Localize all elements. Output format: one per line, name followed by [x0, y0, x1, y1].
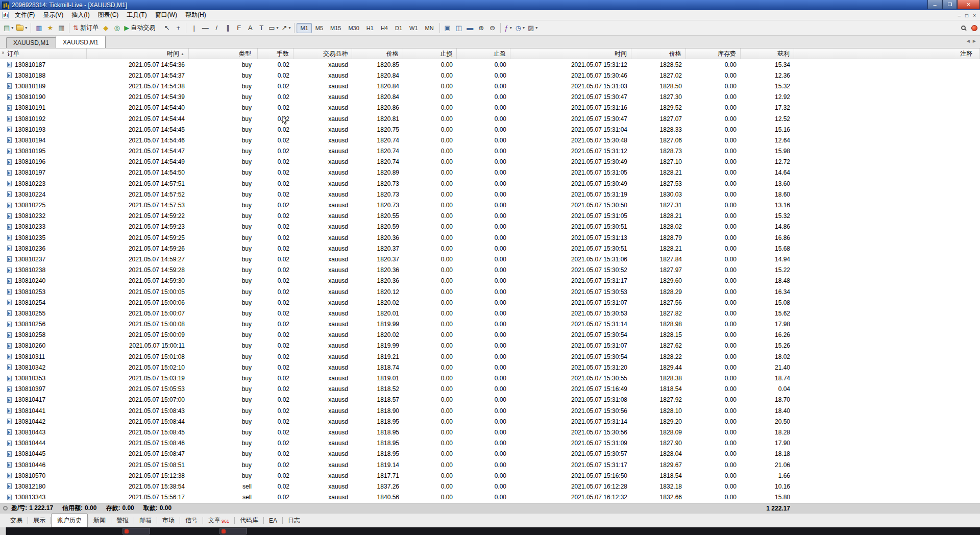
bottom-tab-account-history[interactable]: 账户历史	[51, 514, 88, 527]
maximize-button[interactable]	[942, 0, 957, 9]
menu-window[interactable]: 窗口(W)	[151, 10, 181, 20]
history-row[interactable]: 1308101972021.05.07 14:54:50buy0.02xauus…	[0, 167, 980, 178]
history-row[interactable]: 1308104172021.05.07 15:07:00buy0.02xauus…	[0, 395, 980, 405]
mql5-icon[interactable]	[969, 22, 980, 34]
bottom-tab-news[interactable]: 新闻	[88, 515, 111, 526]
history-row[interactable]: 1308104452021.05.07 15:08:47buy0.02xauus…	[0, 449, 980, 459]
history-row[interactable]: 1308102582021.05.07 15:00:09buy0.02xauus…	[0, 330, 980, 341]
history-row[interactable]: 1308101912021.05.07 14:54:40buy0.02xauus…	[0, 103, 980, 113]
bottom-tab-code-base[interactable]: 代码库	[235, 515, 263, 526]
history-row[interactable]: 1308121802021.05.07 15:38:54sell0.02xauu…	[0, 481, 980, 492]
bottom-tab-signals[interactable]: 信号	[180, 515, 203, 526]
history-row[interactable]: 1308104412021.05.07 15:08:43buy0.02xauus…	[0, 405, 980, 416]
timeframe-m5-button[interactable]: M5	[312, 23, 327, 33]
new-order-button[interactable]: ⇅新订单	[71, 22, 100, 34]
history-row[interactable]: 1308101892021.05.07 14:54:38buy0.02xauus…	[0, 81, 980, 91]
menu-file[interactable]: 文件(F)	[11, 10, 39, 20]
tile-horizontal-icon[interactable]: ▬	[464, 22, 476, 34]
header-profit[interactable]: 获利	[741, 48, 794, 59]
periods-icon[interactable]: ◷▾	[514, 22, 526, 34]
horizontal-line-icon[interactable]: —	[200, 22, 211, 34]
menu-insert[interactable]: 插入(I)	[67, 10, 93, 20]
bottom-tab-mailbox[interactable]: 邮箱	[134, 515, 157, 526]
history-row[interactable]: 1308105702021.05.07 15:12:38buy0.02xauus…	[0, 470, 980, 481]
bottom-tab-exposure[interactable]: 展示	[28, 515, 51, 526]
minimize-button[interactable]: –	[927, 0, 942, 9]
history-row[interactable]: 1308101932021.05.07 14:54:45buy0.02xauus…	[0, 124, 980, 135]
bottom-tab-articles[interactable]: 文章961	[203, 515, 234, 526]
market-watch-icon[interactable]: ▥	[33, 22, 44, 34]
bottom-tab-trade[interactable]: 交易	[5, 515, 28, 526]
history-row[interactable]: 1308102562021.05.07 15:00:08buy0.02xauus…	[0, 319, 980, 330]
search-icon[interactable]	[958, 22, 969, 34]
history-row[interactable]: 1308102242021.05.07 14:57:52buy0.02xauus…	[0, 189, 980, 200]
chart-tab[interactable]: XAUUSD,M1	[6, 37, 56, 48]
history-row[interactable]: 1308103972021.05.07 15:05:53buy0.02xauus…	[0, 384, 980, 395]
fibonacci-icon[interactable]: F	[233, 22, 244, 34]
header-type[interactable]: 类型	[189, 48, 258, 59]
label-icon[interactable]: T	[256, 22, 267, 34]
profiles-icon[interactable]: ▾	[15, 22, 29, 34]
header-take-profit[interactable]: 止盈	[457, 48, 510, 59]
bottom-tab-journal[interactable]: 日志	[283, 515, 305, 526]
timeframe-m30-button[interactable]: M30	[345, 23, 362, 33]
header-lots[interactable]: 手数	[258, 48, 293, 59]
timeframe-mn-button[interactable]: MN	[422, 23, 437, 33]
close-button[interactable]: ×	[957, 0, 980, 9]
tab-scroll-left-icon[interactable]: ◀	[967, 39, 970, 43]
text-icon[interactable]: A	[244, 22, 256, 34]
templates-icon[interactable]: ▨▾	[526, 22, 539, 34]
timeframe-h4-button[interactable]: H4	[377, 23, 391, 33]
history-row[interactable]: 1308104422021.05.07 15:08:44buy0.02xauus…	[0, 416, 980, 427]
timeframe-h1-button[interactable]: H1	[363, 23, 377, 33]
vertical-line-icon[interactable]: |	[188, 22, 200, 34]
history-row[interactable]: 1308102332021.05.07 14:59:23buy0.02xauus…	[0, 222, 980, 232]
panel-close-icon[interactable]: ×	[2, 51, 5, 56]
bottom-tab-market[interactable]: 市场	[157, 515, 180, 526]
history-row[interactable]: 1308102362021.05.07 14:59:26buy0.02xauus…	[0, 243, 980, 254]
channel-icon[interactable]: ∥	[222, 22, 233, 34]
history-row[interactable]: 1308104462021.05.07 15:08:51buy0.02xauus…	[0, 459, 980, 470]
history-row[interactable]: 1308101942021.05.07 14:54:46buy0.02xauus…	[0, 135, 980, 145]
timeframe-d1-button[interactable]: D1	[391, 23, 406, 33]
header-swap[interactable]: 库存费	[686, 48, 741, 59]
history-row[interactable]: 1308102252021.05.07 14:57:53buy0.02xauus…	[0, 200, 980, 210]
child-restore-icon[interactable]: □	[965, 13, 968, 18]
history-row[interactable]: 1308102552021.05.07 15:00:07buy0.02xauus…	[0, 308, 980, 319]
history-row[interactable]: 1308102602021.05.07 15:00:11buy0.02xauus…	[0, 341, 980, 351]
history-row[interactable]: 1308102352021.05.07 14:59:25buy0.02xauus…	[0, 232, 980, 243]
history-row[interactable]: 1308101872021.05.07 14:54:36buy0.02xauus…	[0, 59, 980, 70]
history-row[interactable]: 1308101952021.05.07 14:54:47buy0.02xauus…	[0, 146, 980, 157]
history-row[interactable]: 1308102402021.05.07 14:59:30buy0.02xauus…	[0, 276, 980, 286]
header-stop-loss[interactable]: 止损	[403, 48, 457, 59]
tile-vertical-icon[interactable]: ◫	[453, 22, 464, 34]
header-close-price[interactable]: 价格	[631, 48, 686, 59]
menu-help[interactable]: 帮助(H)	[181, 10, 210, 20]
tab-scroll-right-icon[interactable]: ▶	[973, 39, 976, 43]
bottom-tab-alerts[interactable]: 警报	[111, 515, 134, 526]
zoom-out-icon[interactable]: ⊖	[487, 22, 498, 34]
history-row[interactable]: 1308133432021.05.07 15:56:17sell0.02xauu…	[0, 492, 980, 503]
taskbar-app-button[interactable]	[219, 528, 247, 534]
history-row[interactable]: 1308104432021.05.07 15:08:45buy0.02xauus…	[0, 427, 980, 437]
menu-view[interactable]: 显示(V)	[39, 10, 67, 20]
navigator-icon[interactable]: ★	[44, 22, 56, 34]
cursor-icon[interactable]: ↖	[161, 22, 173, 34]
history-row[interactable]: 1308103112021.05.07 15:01:08buy0.02xauus…	[0, 351, 980, 362]
history-row[interactable]: 1308101902021.05.07 14:54:39buy0.02xauus…	[0, 92, 980, 103]
chart-tab[interactable]: XAUUSD,M1	[56, 36, 106, 48]
history-row[interactable]: 1308103532021.05.07 15:03:19buy0.02xauus…	[0, 373, 980, 383]
child-minimize-icon[interactable]: –	[958, 13, 961, 18]
history-row[interactable]: 1308102372021.05.07 14:59:27buy0.02xauus…	[0, 254, 980, 264]
history-row[interactable]: 1308101962021.05.07 14:54:49buy0.02xauus…	[0, 157, 980, 167]
header-open-time[interactable]: 时间▲	[87, 48, 189, 59]
timeframe-w1-button[interactable]: W1	[406, 23, 422, 33]
new-chart-icon[interactable]: ▤▾	[2, 22, 15, 34]
taskbar-app-button[interactable]	[122, 528, 150, 534]
history-row[interactable]: 1308101882021.05.07 14:54:37buy0.02xauus…	[0, 70, 980, 81]
cascade-windows-icon[interactable]: ▣	[442, 22, 453, 34]
header-open-price[interactable]: 价格	[352, 48, 403, 59]
bottom-tab-experts[interactable]: EA	[264, 516, 282, 526]
header-order[interactable]: 订单	[0, 48, 87, 59]
indicators-icon[interactable]: ƒ▾	[503, 22, 514, 34]
